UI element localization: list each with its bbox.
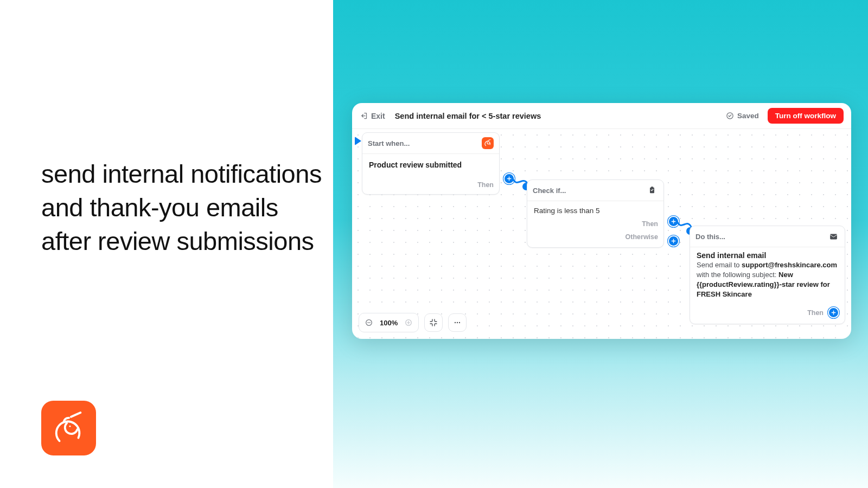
exit-button[interactable]: Exit [360, 112, 385, 120]
check-circle-icon [726, 112, 734, 120]
exit-label: Exit [371, 112, 385, 120]
trigger-header: Start when... [368, 139, 482, 147]
svg-rect-3 [651, 187, 653, 188]
app-icon [482, 137, 494, 149]
action-card[interactable]: Do this... Send internal email Send emai… [690, 226, 845, 324]
mail-icon [827, 230, 839, 242]
canvas-toolbar: 100% [359, 313, 467, 332]
add-step-after-action-button[interactable] [828, 307, 839, 318]
more-options-button[interactable] [448, 313, 467, 332]
plus-icon [831, 310, 837, 316]
add-step-otherwise-button[interactable] [668, 235, 679, 247]
right-panel: Exit Send internal email for < 5-star re… [333, 0, 868, 488]
svg-rect-4 [830, 234, 837, 239]
workflow-title: Send internal email for < 5-star reviews [395, 112, 541, 120]
condition-card[interactable]: Check if... Rating is less than 5 Then O… [527, 179, 664, 248]
workflow-window: Exit Send internal email for < 5-star re… [352, 103, 851, 339]
exit-icon [360, 112, 368, 120]
condition-otherwise-label: Otherwise [626, 233, 658, 241]
action-then-label: Then [807, 309, 824, 317]
workflow-canvas[interactable]: Start when... Product review submitted T… [352, 129, 851, 339]
trigger-then-label: Then [477, 181, 494, 189]
condition-body: Rating is less than 5 [527, 201, 663, 217]
svg-point-0 [69, 425, 71, 427]
dots-horizontal-icon [453, 318, 462, 327]
condition-header: Check if... [533, 187, 646, 195]
zoom-in-button[interactable] [401, 315, 416, 330]
action-text-pre: Send email to [697, 261, 742, 269]
condition-then-label: Then [642, 220, 658, 228]
svg-point-7 [455, 322, 456, 323]
saved-label: Saved [737, 112, 759, 120]
trigger-body: Product review submitted [362, 154, 499, 179]
svg-point-8 [457, 322, 458, 323]
plus-circle-icon [404, 318, 413, 327]
zoom-control: 100% [359, 313, 419, 332]
left-panel: send internal notifications and thank-yo… [0, 0, 333, 488]
plus-icon [671, 238, 676, 244]
trigger-card[interactable]: Start when... Product review submitted T… [362, 132, 500, 195]
action-title: Send internal email [697, 251, 838, 260]
svg-point-9 [459, 322, 460, 323]
zoom-out-button[interactable] [361, 315, 376, 330]
topbar: Exit Send internal email for < 5-star re… [352, 103, 851, 129]
action-header: Do this... [695, 233, 827, 241]
turn-off-workflow-button[interactable]: Turn off workflow [768, 108, 844, 124]
start-indicator-icon [355, 137, 361, 145]
saved-indicator: Saved [726, 112, 759, 120]
action-body: Send internal email Send email to suppor… [690, 247, 845, 305]
clipboard-icon [646, 184, 658, 196]
unicorn-small-icon [484, 139, 492, 147]
minus-circle-icon [365, 318, 373, 327]
brand-logo [41, 401, 96, 455]
unicorn-icon [52, 412, 86, 445]
zoom-value: 100% [376, 319, 401, 327]
action-text-mid: with the following subject: [697, 271, 778, 279]
action-email: support@freshskincare.com [742, 261, 837, 269]
collapse-icon [429, 318, 438, 327]
fit-to-screen-button[interactable] [424, 313, 443, 332]
marketing-headline: send internal notifications and thank-yo… [41, 157, 323, 258]
